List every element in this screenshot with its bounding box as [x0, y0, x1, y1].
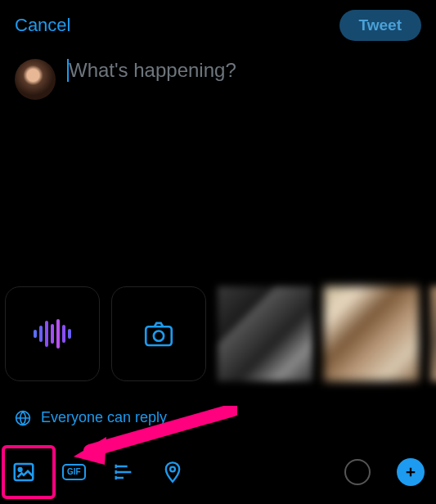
- svg-point-1: [154, 331, 164, 341]
- svg-rect-0: [146, 326, 172, 345]
- tweet-input[interactable]: What's happening?: [67, 59, 421, 83]
- placeholder: What's happening?: [69, 59, 236, 81]
- text-cursor: [67, 59, 69, 82]
- poll-button[interactable]: [112, 461, 135, 484]
- cancel-button[interactable]: Cancel: [15, 15, 70, 36]
- gallery-thumb-3[interactable]: [430, 286, 436, 381]
- bottom-toolbar: GIF: [0, 440, 436, 504]
- camera-tile[interactable]: [111, 286, 206, 381]
- svg-point-4: [19, 468, 22, 471]
- character-count: [344, 459, 371, 485]
- top-bar: Cancel Tweet: [0, 0, 436, 51]
- reply-label: Everyone can reply: [41, 409, 167, 426]
- svg-point-5: [170, 467, 175, 472]
- location-button[interactable]: [161, 461, 184, 484]
- globe-icon: [15, 410, 31, 426]
- media-strip: [0, 286, 436, 381]
- gif-button[interactable]: GIF: [62, 464, 86, 480]
- image-icon: [11, 460, 36, 484]
- location-icon: [161, 461, 184, 484]
- tweet-button[interactable]: Tweet: [339, 10, 421, 41]
- avatar: [15, 59, 56, 100]
- poll-icon: [112, 461, 135, 484]
- gif-icon: GIF: [62, 464, 86, 480]
- gallery-thumb-2[interactable]: [324, 286, 419, 381]
- camera-icon: [142, 317, 176, 351]
- media-button[interactable]: [11, 460, 36, 484]
- plus-icon: [403, 465, 418, 479]
- audio-wave-icon: [34, 319, 71, 349]
- add-thread-button[interactable]: [397, 458, 425, 486]
- compose-area: What's happening?: [0, 51, 436, 108]
- gallery-thumb-1[interactable]: [218, 286, 312, 381]
- reply-settings[interactable]: Everyone can reply: [15, 409, 167, 426]
- audio-tile[interactable]: [5, 286, 100, 381]
